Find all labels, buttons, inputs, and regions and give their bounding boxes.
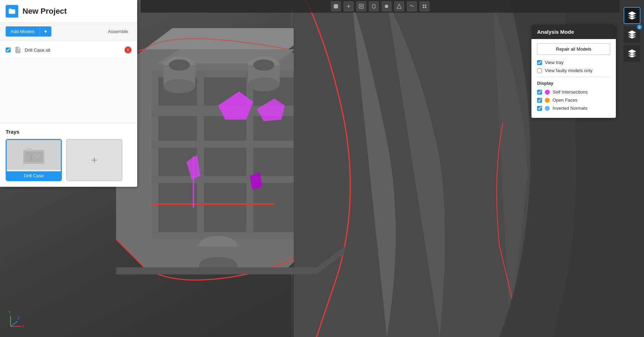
- assemble-button[interactable]: Assemble: [104, 27, 132, 36]
- toolbar-btn-6[interactable]: [394, 1, 404, 11]
- svg-rect-48: [30, 155, 32, 160]
- inverted-normals-dot: [545, 106, 550, 111]
- trays-section: Trays Drill Case: [0, 123, 137, 187]
- svg-text:Z: Z: [18, 316, 20, 320]
- analysis-panel: Analysis Mode Repair all Models View tra…: [531, 25, 616, 118]
- toolbar-btn-2[interactable]: [344, 1, 353, 11]
- view-tray-row[interactable]: View tray: [537, 60, 610, 65]
- open-faces-row[interactable]: Open Faces: [537, 97, 610, 103]
- settings-button[interactable]: 1: [624, 26, 640, 43]
- view-tray-checkbox[interactable]: [537, 60, 542, 65]
- right-toolbar: 1: [624, 7, 640, 62]
- svg-rect-47: [27, 148, 32, 151]
- svg-point-39: [385, 5, 388, 8]
- model-error-badge: !: [125, 46, 132, 53]
- toolbar-btn-1[interactable]: [331, 1, 341, 11]
- toolbar-btn-7[interactable]: [407, 1, 417, 11]
- svg-point-20: [253, 59, 274, 71]
- svg-marker-3: [144, 28, 317, 49]
- svg-rect-37: [334, 4, 338, 8]
- axis-indicator: X Y Z: [7, 309, 28, 330]
- self-intersections-dot: [545, 90, 550, 95]
- layers-button[interactable]: [624, 45, 640, 62]
- tray-item-drill-case[interactable]: Drill Case: [6, 139, 62, 181]
- view-tray-label: View tray: [545, 60, 563, 65]
- settings-badge: 1: [637, 25, 642, 30]
- inverted-normals-label: Inverted Normals: [553, 106, 587, 111]
- model-checkbox[interactable]: [6, 47, 11, 52]
- toolbar-btn-4[interactable]: [369, 1, 379, 11]
- toolbar-btn-5[interactable]: [382, 1, 391, 11]
- svg-point-19: [248, 77, 280, 91]
- svg-text:Y: Y: [8, 311, 11, 314]
- model-file-icon: [14, 46, 22, 54]
- tray-add-button[interactable]: +: [66, 139, 122, 181]
- svg-point-15: [164, 79, 195, 93]
- model-list: Drill Case.stl !: [0, 40, 137, 123]
- trays-grid: Drill Case +: [6, 139, 132, 181]
- tray-add-icon: +: [91, 154, 98, 167]
- panel-header: New Project: [0, 0, 137, 23]
- analysis-body: Repair all Models View tray View faulty …: [531, 39, 616, 118]
- section-divider: [537, 77, 610, 77]
- left-panel: New Project Add Models ▼ Assemble Drill …: [0, 0, 137, 187]
- 3d-view-button[interactable]: [624, 7, 640, 24]
- display-label: Display: [537, 81, 610, 86]
- svg-rect-42: [423, 7, 424, 8]
- svg-rect-41: [425, 5, 426, 6]
- svg-rect-10: [151, 176, 313, 183]
- inverted-normals-row[interactable]: Inverted Normals: [537, 106, 610, 111]
- self-intersections-row[interactable]: Self Intersections: [537, 89, 610, 95]
- repair-all-button[interactable]: Repair all Models: [537, 43, 610, 55]
- panel-title: New Project: [23, 7, 67, 16]
- svg-point-50: [36, 154, 39, 157]
- top-toolbar: [141, 0, 619, 13]
- svg-rect-9: [151, 141, 313, 148]
- add-models-label: Add Models: [6, 26, 40, 37]
- tray-label-drill-case: Drill Case: [7, 171, 61, 180]
- open-faces-checkbox[interactable]: [537, 98, 542, 103]
- open-faces-dot: [545, 98, 550, 103]
- tray-thumbnail: [7, 140, 61, 170]
- svg-line-35: [11, 321, 18, 326]
- model-filename: Drill Case.stl: [25, 47, 125, 53]
- panel-toolbar: Add Models ▼ Assemble: [0, 23, 137, 40]
- inverted-normals-checkbox[interactable]: [537, 106, 542, 111]
- svg-rect-43: [425, 7, 426, 8]
- view-faulty-row[interactable]: View faulty models only: [537, 68, 610, 73]
- add-models-button[interactable]: Add Models ▼: [6, 26, 51, 37]
- trays-title: Trays: [6, 129, 132, 135]
- svg-rect-11: [197, 70, 204, 232]
- self-intersections-checkbox[interactable]: [537, 90, 542, 95]
- view-faulty-checkbox[interactable]: [537, 68, 542, 73]
- view-faulty-label: View faulty models only: [545, 68, 593, 73]
- toolbar-btn-3[interactable]: [356, 1, 366, 11]
- svg-text:X: X: [22, 325, 24, 329]
- analysis-panel-header: Analysis Mode: [531, 25, 616, 39]
- model-item[interactable]: Drill Case.stl !: [0, 43, 137, 57]
- model-list-empty-area: [0, 57, 137, 120]
- self-intersections-label: Self Intersections: [553, 89, 588, 95]
- svg-rect-12: [246, 70, 253, 232]
- analysis-title: Analysis Mode: [537, 29, 574, 35]
- open-faces-label: Open Faces: [553, 97, 578, 103]
- add-models-dropdown-arrow[interactable]: ▼: [40, 27, 51, 37]
- tray-thumbnail-icon: [20, 143, 48, 167]
- toolbar-btn-8[interactable]: [420, 1, 429, 11]
- svg-point-16: [169, 59, 190, 71]
- folder-icon: [6, 5, 18, 18]
- svg-rect-40: [423, 5, 424, 6]
